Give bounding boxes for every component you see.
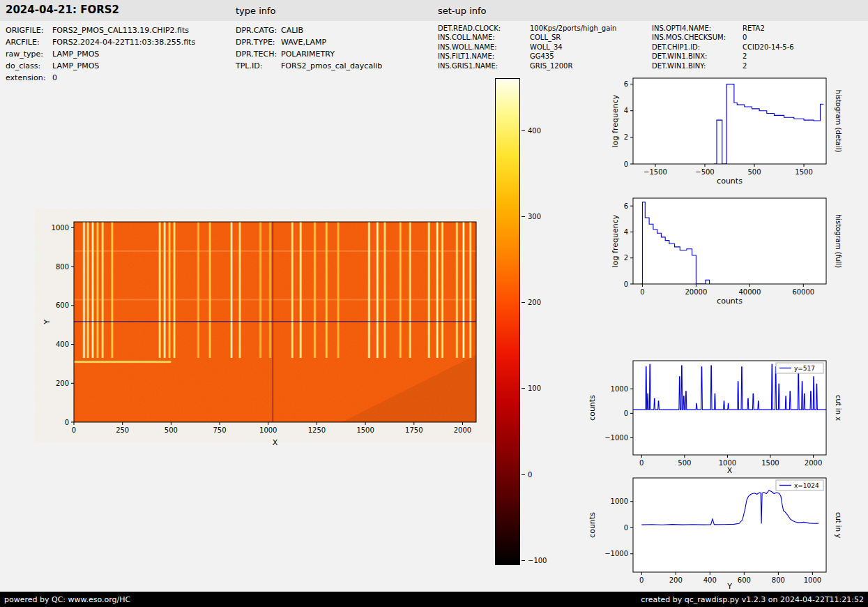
- kv-value: 2: [743, 52, 747, 61]
- kv-label: INS.OPTI4.NAME:: [652, 24, 743, 33]
- kv-value: CALIB: [281, 24, 303, 36]
- svg-text:1000: 1000: [259, 426, 277, 434]
- setup-info-col1: DET.READ.CLOCK:100Kps/2ports/high_gain I…: [438, 24, 616, 70]
- svg-text:2000: 2000: [805, 459, 822, 467]
- colorbar-tick-label: 300: [528, 213, 541, 220]
- svg-text:500: 500: [165, 426, 178, 434]
- kv-value: WOLL_34: [530, 43, 563, 52]
- kv-label: INS.MOS.CHECKSUM:: [652, 33, 743, 42]
- svg-text:1000: 1000: [52, 224, 69, 232]
- svg-text:y=517: y=517: [794, 365, 815, 372]
- svg-text:log frequency: log frequency: [611, 214, 620, 267]
- svg-text:600: 600: [738, 576, 751, 584]
- kv-label: DPR.TECH:: [236, 48, 281, 60]
- kv-label: DET.READ.CLOCK:: [438, 24, 530, 33]
- kv-value: LAMP_PMOS: [52, 60, 99, 72]
- svg-text:cut in y: cut in y: [835, 512, 842, 538]
- kv-label: DET.WIN1.BINX:: [652, 52, 743, 61]
- svg-text:0: 0: [624, 160, 628, 168]
- svg-text:6: 6: [624, 202, 628, 210]
- kv-row: DET.CHIP1.ID:CCID20-14-5-6: [652, 43, 794, 52]
- histogram-detail-plot: −1500−50050015000246countslog frequencyh…: [579, 70, 866, 195]
- svg-text:1250: 1250: [308, 426, 326, 434]
- svg-text:counts: counts: [588, 395, 597, 421]
- kv-value: RETA2: [743, 24, 765, 33]
- svg-text:2: 2: [624, 254, 628, 262]
- svg-text:counts: counts: [717, 297, 743, 306]
- hist_full-svg: 02000040000600000246countslog frequencyh…: [579, 190, 866, 315]
- kv-row: INS.COLL.NAME:COLL_SR: [438, 33, 616, 42]
- hist_detail-svg: −1500−50050015000246countslog frequencyh…: [579, 70, 866, 195]
- kv-row: INS.WOLL.NAME:WOLL_34: [438, 43, 616, 52]
- colorbar: −1000100200300400: [495, 78, 561, 569]
- raw-image-plot: 0250500750100012501500175020000200400600…: [35, 209, 495, 460]
- type-info-block: DPR.CATG:CALIB DPR.TYPE:WAVE,LAMP DPR.TE…: [236, 24, 382, 72]
- kv-value: WAVE,LAMP: [281, 36, 326, 48]
- svg-text:800: 800: [772, 576, 785, 584]
- cut_x-svg: 0500100015002000−100001000Xcountscut in …: [579, 352, 866, 485]
- raw-image-svg: 0250500750100012501500175020000200400600…: [35, 209, 495, 460]
- svg-text:counts: counts: [588, 512, 597, 538]
- kv-value: POLARIMETRY: [281, 48, 335, 60]
- kv-label: do_class:: [6, 60, 52, 72]
- footer-created-by: created by qc_rawdisp.py v1.2.3 on 2024-…: [641, 595, 864, 604]
- colorbar-tick: [521, 216, 525, 217]
- svg-text:60000: 60000: [792, 288, 814, 296]
- kv-row: do_class:LAMP_PMOS: [6, 60, 195, 72]
- svg-text:200: 200: [56, 380, 69, 387]
- svg-text:cut in x: cut in x: [835, 395, 842, 421]
- kv-value: 100Kps/2ports/high_gain: [530, 24, 616, 33]
- kv-value: LAMP_PMOS: [52, 48, 99, 60]
- kv-row: DET.WIN1.BINX:2: [652, 52, 794, 61]
- file-info-block: ORIGFILE:FORS2_PMOS_CAL113.19.CHIP2.fits…: [6, 24, 195, 84]
- cut-in-x-plot: 0500100015002000−100001000Xcountscut in …: [579, 352, 866, 485]
- page-title: 2024-04-21: FORS2: [6, 3, 119, 16]
- svg-text:0: 0: [72, 426, 76, 434]
- svg-text:500: 500: [747, 168, 761, 176]
- svg-text:1500: 1500: [795, 168, 812, 176]
- kv-value: GG435: [530, 52, 554, 61]
- colorbar-tick-label: 200: [528, 299, 541, 306]
- svg-text:1750: 1750: [405, 426, 422, 434]
- svg-text:−1000: −1000: [604, 434, 628, 442]
- svg-text:500: 500: [678, 459, 691, 467]
- kv-value: 0: [743, 33, 747, 42]
- kv-label: ORIGFILE:: [6, 24, 52, 36]
- footer-powered-by: powered by QC: www.eso.org/HC: [4, 595, 130, 604]
- svg-text:1500: 1500: [761, 459, 779, 467]
- svg-text:histogram (full): histogram (full): [835, 214, 842, 268]
- kv-row: TPL.ID:FORS2_pmos_cal_daycalib: [236, 60, 382, 72]
- svg-text:0: 0: [639, 576, 644, 584]
- svg-text:250: 250: [116, 426, 129, 434]
- kv-row: ORIGFILE:FORS2_PMOS_CAL113.19.CHIP2.fits: [6, 24, 195, 36]
- svg-text:1500: 1500: [356, 426, 374, 434]
- kv-value: CCID20-14-5-6: [743, 43, 794, 52]
- kv-label: INS.COLL.NAME:: [438, 33, 530, 42]
- svg-text:0: 0: [624, 524, 628, 532]
- kv-value: GRIS_1200R: [530, 61, 572, 70]
- kv-label: INS.GRIS1.NAME:: [438, 61, 530, 70]
- svg-text:−1500: −1500: [644, 168, 667, 176]
- svg-text:x=1024: x=1024: [794, 482, 819, 489]
- kv-label: raw_type:: [6, 48, 52, 60]
- kv-label: INS.WOLL.NAME:: [438, 43, 530, 52]
- svg-text:20000: 20000: [685, 288, 708, 296]
- svg-text:log frequency: log frequency: [611, 94, 620, 147]
- kv-value: FORS2_PMOS_CAL113.19.CHIP2.fits: [52, 24, 189, 36]
- kv-row: DET.READ.CLOCK:100Kps/2ports/high_gain: [438, 24, 616, 33]
- colorbar-tick: [521, 130, 525, 131]
- kv-row: INS.MOS.CHECKSUM:0: [652, 33, 794, 42]
- colorbar-tick-label: 0: [528, 470, 532, 478]
- kv-label: DPR.CATG:: [236, 24, 281, 36]
- colorbar-tick: [521, 560, 525, 561]
- colorbar-tick-label: 400: [528, 127, 541, 135]
- svg-text:6: 6: [624, 80, 628, 88]
- kv-label: DET.CHIP1.ID:: [652, 43, 743, 52]
- kv-row: DPR.TYPE:WAVE,LAMP: [236, 36, 382, 48]
- svg-text:4: 4: [624, 107, 628, 114]
- svg-text:600: 600: [56, 301, 69, 309]
- setup-info-col2: INS.OPTI4.NAME:RETA2 INS.MOS.CHECKSUM:0 …: [652, 24, 794, 70]
- kv-row: ARCFILE:FORS2.2024-04-22T11:03:38.255.fi…: [6, 36, 195, 48]
- kv-row: extension:0: [6, 72, 195, 84]
- kv-label: ARCFILE:: [6, 36, 52, 48]
